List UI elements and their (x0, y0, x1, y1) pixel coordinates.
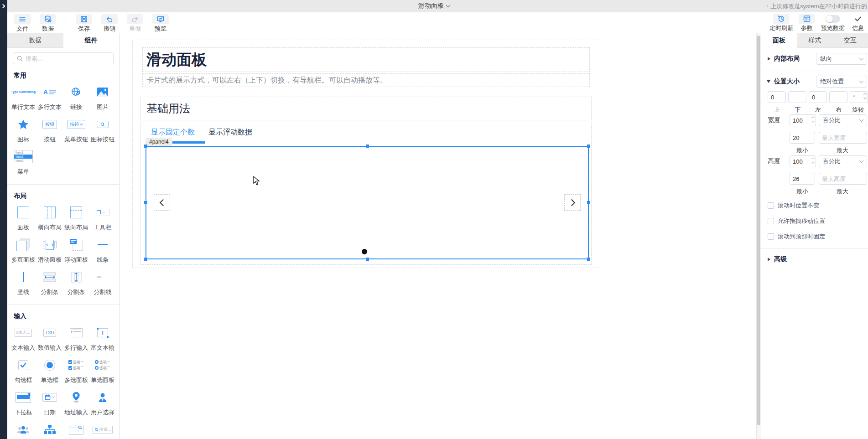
component-item-link[interactable]: 链接 (63, 81, 89, 113)
checkbox-allow-drag[interactable]: 允许拖拽移动位置 (768, 217, 825, 225)
width-unit-select[interactable]: 百分比 (819, 114, 867, 126)
pos-right-input[interactable] (829, 91, 847, 103)
component-item-hsplitter[interactable]: 分割条 (36, 266, 63, 298)
component-item-checkbox[interactable]: 勾选框 (10, 354, 36, 386)
preview-button[interactable]: 预览 (149, 13, 172, 33)
component-search[interactable] (13, 52, 114, 64)
component-item-float-panel[interactable]: 浮动面板 (63, 233, 89, 266)
tab-panel-props[interactable]: 面板 (761, 33, 797, 48)
height-unit-select[interactable]: 百分比 (819, 155, 867, 167)
component-item-vlayout[interactable]: 纵向布局 (63, 201, 89, 233)
component-item-quick-search[interactable]: 快速搜索 (63, 418, 89, 439)
height-value-input[interactable] (790, 155, 816, 167)
tab-floating-data[interactable]: 显示浮动数据 (208, 128, 252, 137)
checkbox-stick-top[interactable]: 滚动到顶部时固定 (768, 232, 825, 241)
timed-refresh-button[interactable]: 定时刷新 (768, 12, 795, 32)
checkbox-icon[interactable] (768, 218, 774, 224)
component-item-search-box[interactable]: 搜索... 搜索框 (89, 418, 116, 439)
pos-bottom-input[interactable] (788, 91, 806, 103)
component-item-hlayout[interactable]: 横向布局 (36, 201, 63, 233)
save-button[interactable]: 保存 (73, 13, 95, 33)
info-button[interactable]: 信息 (849, 12, 867, 32)
file-button[interactable]: 文件 (11, 13, 34, 33)
pos-left-input[interactable] (809, 91, 827, 103)
page-title-block[interactable]: 滑动面板 (142, 47, 590, 72)
carousel-dot-indicator[interactable] (362, 249, 367, 254)
tab-style[interactable]: 样式 (797, 33, 832, 48)
component-item-date[interactable]: 日期 (36, 386, 63, 418)
width-max-input[interactable] (819, 132, 867, 144)
component-item-number-input[interactable]: 123I 数值输入 (36, 321, 63, 354)
toggle-switch-icon[interactable] (826, 15, 840, 23)
checkbox-icon[interactable] (768, 202, 774, 209)
pos-top-input[interactable] (768, 91, 786, 103)
resize-handle-w[interactable] (144, 201, 147, 204)
spinner-icon[interactable] (812, 117, 814, 122)
resize-handle-se[interactable] (587, 258, 590, 261)
tabs-panel-block[interactable]: 显示固定个数 显示浮动数据 #panel4 (140, 122, 592, 265)
data-button[interactable]: 数据 (36, 13, 59, 33)
component-item-icon[interactable]: 图标 (10, 113, 36, 145)
tab-fixed-count[interactable]: 显示固定个数 (151, 128, 195, 137)
component-item-icon-button[interactable]: 图标按钮 (89, 113, 116, 145)
spinner-icon[interactable] (864, 93, 866, 99)
component-item-vsplitter[interactable]: 分割条 (63, 266, 89, 298)
component-item-image[interactable]: 图片 (89, 81, 116, 113)
scrollbar-thumb[interactable] (757, 36, 760, 425)
component-item-check-panel[interactable]: 选项一 选项二 多选面板 (63, 354, 89, 386)
height-min-input[interactable] (790, 173, 815, 185)
collapse-rail[interactable] (0, 0, 7, 439)
carousel-next-button[interactable] (564, 194, 581, 211)
component-item-panel[interactable]: 面板 (10, 201, 36, 233)
component-item-menu-button[interactable]: 按钮 菜单按钮 (63, 113, 89, 145)
component-item-dropdown[interactable]: 下拉框 (10, 386, 36, 418)
component-item-radio-panel[interactable]: 选项一 选项二 单选面板 (89, 354, 116, 386)
advanced-row[interactable]: 高级 (761, 254, 868, 265)
height-max-input[interactable] (819, 173, 867, 185)
component-item-toolbar[interactable]: 工具栏 (89, 201, 116, 233)
width-min-input[interactable] (790, 132, 815, 144)
width-value-input[interactable] (790, 114, 816, 126)
checkbox-fix-scroll[interactable]: 滚动时位置不变 (768, 201, 819, 210)
section-heading-block[interactable]: 基础用法 (140, 97, 592, 120)
component-item-address[interactable]: 地址输入 (63, 386, 89, 418)
expand-caret-icon[interactable] (767, 80, 770, 83)
search-input[interactable] (26, 55, 103, 62)
canvas-scrollbar[interactable] (756, 33, 761, 439)
resize-handle-n[interactable] (366, 145, 369, 148)
component-item-line[interactable]: 线条 (89, 233, 116, 266)
design-canvas[interactable]: 滑动面板 卡片式的展示方式，可以左右（上下）切换，有导航栏。可以自动播放等。 基… (120, 33, 756, 439)
collapse-caret-icon[interactable] (768, 57, 770, 61)
redo-button[interactable]: 重做 (124, 13, 146, 33)
position-mode-select[interactable]: 绝对位置 (816, 76, 867, 88)
component-item-slide-panel[interactable]: 滑动面板 (36, 233, 63, 266)
component-item-vline[interactable]: 竖线 (10, 266, 36, 298)
spinner-icon[interactable] (812, 158, 814, 163)
component-item-user-select[interactable]: 用户选择 (89, 386, 116, 418)
component-item-menu[interactable]: Item1 Item2 Item3 菜单 (10, 145, 36, 178)
document-title[interactable]: 滑动面板 (418, 2, 450, 10)
component-item-text-input[interactable]: I输入... 文本输入 (10, 321, 36, 354)
component-item-divider-line[interactable]: TXT 分割线 (89, 266, 116, 298)
carousel-prev-button[interactable] (154, 194, 170, 211)
inner-layout-select[interactable]: 纵向 (816, 53, 867, 65)
tab-data[interactable]: 数据 (7, 33, 63, 48)
rotate-input[interactable]: ° (850, 91, 868, 103)
resize-handle-e[interactable] (587, 201, 590, 204)
params-button[interactable]: X= 参数 (797, 12, 817, 32)
tab-components[interactable]: 组件 (63, 33, 120, 48)
component-item-multi-text[interactable]: A 多行文本 (36, 81, 63, 113)
resize-handle-nw[interactable] (144, 145, 147, 148)
resize-handle-sw[interactable] (144, 258, 147, 261)
component-item-richtext[interactable]: I 富文本输 (89, 321, 116, 354)
undo-button[interactable]: 撤销 (98, 13, 121, 33)
component-item-dept-select[interactable]: 部门选择 (10, 418, 36, 439)
resize-handle-s[interactable] (366, 258, 369, 261)
selected-slide-panel[interactable] (146, 146, 589, 259)
component-item-textarea[interactable]: I 多行输入 (63, 321, 89, 354)
component-item-multipage-panel[interactable]: 多页面板 (10, 233, 36, 266)
component-item-single-text[interactable]: Type Something 单行文本 (10, 81, 36, 113)
expand-chevron-icon[interactable] (1, 4, 5, 9)
page-description-block[interactable]: 卡片式的展示方式，可以左右（上下）切换，有导航栏。可以自动播放等。 (142, 73, 590, 87)
component-item-button[interactable]: 按钮 按钮 (36, 113, 63, 145)
